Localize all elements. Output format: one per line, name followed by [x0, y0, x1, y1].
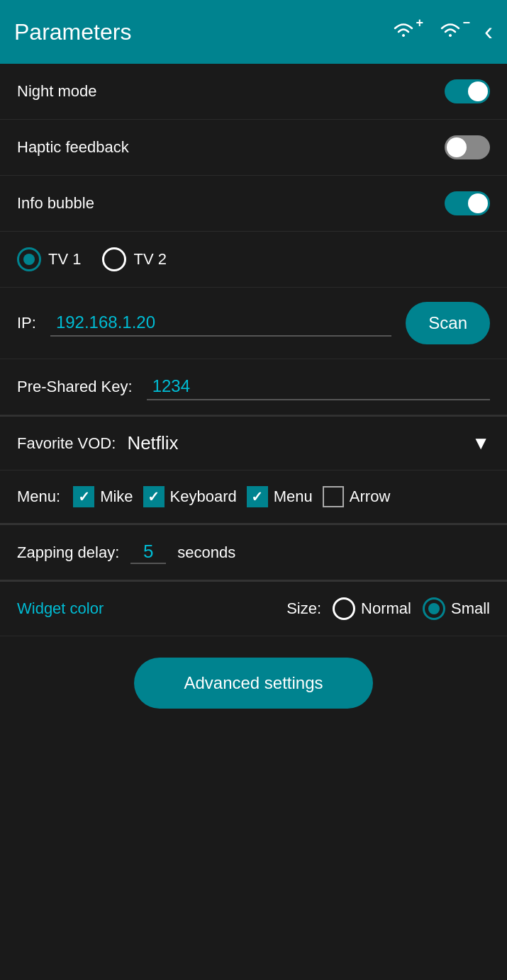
vod-label: Favorite VOD:	[17, 434, 116, 453]
header: Parameters + − ‹	[0, 0, 507, 64]
checkbox-mike-label: Mike	[100, 488, 133, 506]
zapping-unit: seconds	[177, 543, 235, 562]
zapping-input[interactable]	[130, 541, 166, 564]
size-row: Size: Normal Small	[286, 597, 490, 620]
widget-color-button[interactable]: Widget color	[17, 599, 104, 618]
tv2-radio[interactable]	[102, 247, 126, 271]
checkbox-mike[interactable]: Mike	[73, 486, 133, 507]
haptic-feedback-toggle[interactable]	[445, 135, 490, 159]
header-icons: + − ‹	[391, 17, 493, 47]
size-options: Normal Small	[333, 597, 490, 620]
tv2-label: TV 2	[133, 250, 166, 269]
checkbox-keyboard[interactable]: Keyboard	[143, 486, 237, 507]
haptic-feedback-knob	[447, 137, 467, 157]
vod-dropdown[interactable]: Netflix ▼	[127, 432, 490, 454]
menu-row: Menu: Mike Keyboard Menu Arrow	[17, 486, 490, 507]
size-small-option[interactable]: Small	[423, 597, 490, 620]
info-bubble-toggle[interactable]	[445, 191, 490, 215]
night-mode-toggle[interactable]	[445, 79, 490, 103]
checkbox-menu-label: Menu	[274, 488, 313, 506]
ip-row: IP: Scan	[17, 302, 490, 344]
ip-label: IP:	[17, 314, 36, 332]
psk-input[interactable]	[147, 373, 490, 400]
tv-selector-row: TV 1 TV 2	[0, 232, 507, 288]
size-small-radio[interactable]	[423, 597, 445, 620]
dropdown-arrow-icon: ▼	[472, 432, 490, 454]
scan-button[interactable]: Scan	[406, 302, 490, 344]
page-title: Parameters	[14, 19, 131, 45]
tv1-option[interactable]: TV 1	[17, 247, 81, 271]
size-small-label: Small	[451, 599, 490, 618]
widget-section: Widget color Size: Normal Small	[0, 582, 507, 636]
zapping-section: Zapping delay: seconds	[0, 525, 507, 580]
tv1-radio[interactable]	[17, 247, 41, 271]
signal-remove-icon[interactable]: −	[438, 17, 463, 47]
advanced-section: Advanced settings	[0, 636, 507, 744]
content: Night mode Haptic feedback Info bubble T…	[0, 64, 507, 744]
back-icon: ‹	[484, 17, 493, 46]
signal-remove-superscript: −	[462, 16, 470, 30]
vod-section: Favorite VOD: Netflix ▼	[0, 417, 507, 471]
size-normal-radio[interactable]	[333, 597, 355, 620]
vod-value: Netflix	[127, 432, 472, 454]
checkbox-menu[interactable]: Menu	[247, 486, 313, 507]
checkbox-keyboard-box[interactable]	[143, 486, 165, 507]
tv1-label: TV 1	[48, 250, 81, 269]
advanced-settings-button[interactable]: Advanced settings	[134, 658, 372, 709]
checkbox-arrow-box[interactable]	[323, 486, 344, 507]
zapping-row: Zapping delay: seconds	[17, 541, 490, 564]
tv2-option[interactable]: TV 2	[102, 247, 166, 271]
vod-row: Favorite VOD: Netflix ▼	[17, 432, 490, 454]
psk-label: Pre-Shared Key:	[17, 378, 133, 396]
ip-input[interactable]	[50, 310, 391, 337]
checkbox-arrow[interactable]: Arrow	[323, 486, 390, 507]
info-bubble-knob	[468, 193, 488, 213]
night-mode-label: Night mode	[17, 82, 97, 101]
menu-section: Menu: Mike Keyboard Menu Arrow	[0, 471, 507, 524]
zapping-label: Zapping delay:	[17, 543, 119, 562]
checkbox-mike-box[interactable]	[73, 486, 94, 507]
haptic-feedback-row: Haptic feedback	[0, 120, 507, 176]
psk-row: Pre-Shared Key:	[17, 373, 490, 400]
ip-section: IP: Scan	[0, 288, 507, 359]
night-mode-knob	[468, 81, 488, 101]
back-button[interactable]: ‹	[484, 17, 493, 47]
checkbox-menu-box[interactable]	[247, 486, 268, 507]
info-bubble-label: Info bubble	[17, 194, 94, 213]
checkbox-arrow-label: Arrow	[350, 488, 390, 506]
size-normal-label: Normal	[361, 599, 411, 618]
psk-section: Pre-Shared Key:	[0, 359, 507, 415]
size-label: Size:	[286, 599, 321, 618]
checkbox-keyboard-label: Keyboard	[170, 488, 237, 506]
signal-add-superscript: +	[416, 16, 423, 30]
haptic-feedback-label: Haptic feedback	[17, 138, 129, 157]
night-mode-row: Night mode	[0, 64, 507, 120]
menu-label: Menu:	[17, 488, 60, 506]
size-normal-option[interactable]: Normal	[333, 597, 411, 620]
signal-add-icon[interactable]: +	[391, 17, 416, 47]
info-bubble-row: Info bubble	[0, 176, 507, 232]
